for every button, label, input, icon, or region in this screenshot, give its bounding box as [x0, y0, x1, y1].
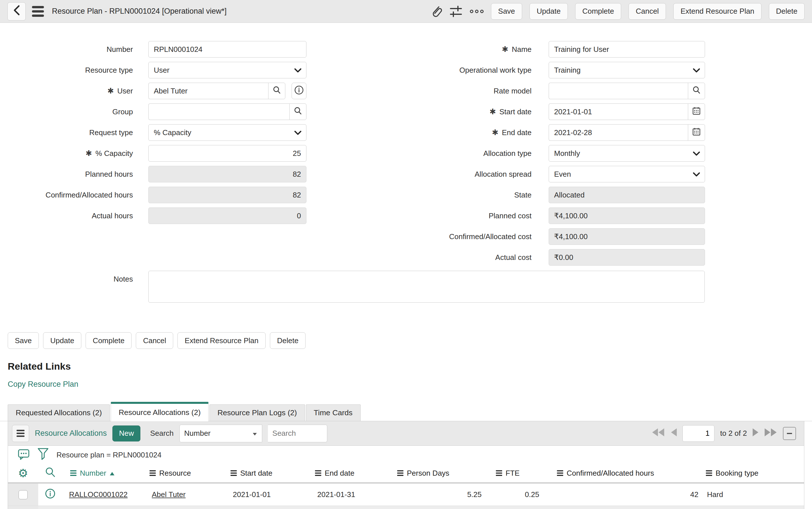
form-footer-buttons: Save Update Complete Cancel Extend Resou… — [8, 332, 812, 349]
copy-resource-plan-link[interactable]: Copy Resource Plan — [8, 380, 79, 389]
calendar-icon — [692, 127, 701, 138]
filter-funnel-icon[interactable] — [38, 448, 49, 462]
info-icon[interactable] — [45, 488, 56, 501]
list-header-row: ⚙ Number Resource Start date End date Pe… — [8, 464, 804, 484]
tab-resource-plan-logs[interactable]: Resource Plan Logs (2) — [210, 404, 305, 421]
gear-icon: ⚙ — [18, 467, 28, 479]
tab-resource-allocations[interactable]: Resource Allocations (2) — [111, 402, 209, 421]
list-search-toggle-cell[interactable] — [38, 464, 62, 482]
list-filter-condition[interactable]: Resource plan = RPLN0001024 — [57, 450, 161, 460]
update-button[interactable]: Update — [43, 332, 81, 349]
column-header-fte[interactable]: FTE — [493, 464, 553, 482]
search-icon — [692, 86, 701, 96]
list-title-link[interactable]: Resource Allocations — [35, 429, 107, 438]
extend-resource-plan-button[interactable]: Extend Resource Plan — [673, 3, 761, 20]
row-checkbox-cell — [8, 506, 38, 509]
allocation-spread-select[interactable]: Even — [549, 166, 705, 182]
planned-cost-label: Planned cost — [406, 211, 532, 220]
state-label: State — [406, 191, 532, 200]
column-header-end-date[interactable]: End date — [311, 464, 390, 482]
group-field[interactable] — [148, 103, 289, 120]
save-button[interactable]: Save — [491, 3, 522, 20]
actual-hours-label: Actual hours — [0, 211, 133, 220]
complete-button[interactable]: Complete — [86, 332, 131, 349]
column-header-start-date[interactable]: Start date — [226, 464, 311, 482]
column-header-confirmed-hours[interactable]: Confirmed/Allocated hours — [553, 464, 704, 482]
user-field[interactable] — [148, 83, 268, 99]
column-menu-icon — [706, 470, 712, 476]
dropdown-arrow-icon — [252, 429, 257, 438]
tab-requested-allocations[interactable]: Requested Allocations (2) — [8, 404, 110, 421]
resource-link[interactable]: Abel Tuter — [152, 490, 186, 499]
back-button[interactable] — [7, 2, 26, 21]
column-header-booking-type[interactable]: Booking type — [704, 464, 804, 482]
start-date-field[interactable] — [549, 103, 688, 120]
column-menu-icon — [70, 470, 76, 476]
paperclip-icon[interactable] — [431, 5, 442, 18]
allocation-type-select[interactable]: Monthly — [549, 145, 705, 162]
comments-icon[interactable] — [18, 448, 30, 462]
pagination-range: to 2 of 2 — [720, 429, 747, 438]
tab-time-cards[interactable]: Time Cards — [306, 404, 361, 421]
rate-model-field[interactable] — [549, 83, 688, 99]
delete-button[interactable]: Delete — [769, 3, 805, 20]
info-icon — [294, 85, 304, 97]
notes-field[interactable] — [148, 271, 705, 303]
state-field — [549, 187, 705, 203]
allocation-number-link[interactable]: RALLOC0001022 — [69, 490, 128, 499]
planned-hours-label: Planned hours — [0, 170, 133, 179]
cell-confirmed-hours: 40 — [553, 506, 704, 509]
required-icon — [86, 149, 92, 158]
confirmed-cost-label: Confirmed/Allocated cost — [406, 232, 532, 241]
cancel-button[interactable]: Cancel — [629, 3, 666, 20]
request-type-select[interactable]: % Capacity — [148, 124, 306, 141]
table-row: RALLOC0001022 Abel Tuter 2021-01-01 2021… — [8, 484, 804, 506]
first-page-icon[interactable] — [652, 428, 665, 438]
collapse-list-icon[interactable] — [783, 427, 796, 440]
save-button[interactable]: Save — [8, 332, 39, 349]
end-date-field[interactable] — [549, 124, 688, 141]
column-header-resource[interactable]: Resource — [146, 464, 226, 482]
cell-start-date: 2021-02-01 — [226, 506, 311, 509]
list-context-menu-button[interactable] — [12, 425, 29, 442]
cancel-button[interactable]: Cancel — [136, 332, 173, 349]
end-date-calendar-button[interactable] — [688, 124, 705, 141]
list-settings-cell[interactable]: ⚙ — [8, 464, 38, 482]
resource-type-select[interactable]: User — [148, 62, 306, 78]
group-lookup-button[interactable] — [289, 103, 306, 120]
rate-model-lookup-button[interactable] — [688, 83, 705, 99]
chevron-down-icon — [294, 66, 302, 75]
search-input[interactable] — [268, 425, 327, 442]
next-page-icon[interactable] — [753, 428, 759, 438]
form-context-menu-icon[interactable] — [32, 6, 44, 17]
last-page-icon[interactable] — [764, 428, 777, 438]
delete-button[interactable]: Delete — [270, 332, 306, 349]
column-header-person-days[interactable]: Person Days — [390, 464, 493, 482]
number-field[interactable] — [148, 41, 306, 58]
start-date-calendar-button[interactable] — [688, 103, 705, 120]
search-icon — [273, 86, 281, 96]
previous-page-icon[interactable] — [670, 428, 677, 438]
more-options-icon[interactable] — [470, 10, 483, 13]
sort-ascending-icon — [110, 469, 115, 478]
user-lookup-button[interactable] — [268, 83, 285, 99]
name-field[interactable] — [549, 41, 705, 58]
new-button[interactable]: New — [113, 426, 140, 441]
personalize-sliders-icon[interactable] — [449, 5, 463, 18]
capacity-field[interactable] — [148, 145, 306, 162]
update-button[interactable]: Update — [530, 3, 568, 20]
operational-work-type-select[interactable]: Training — [549, 62, 705, 78]
complete-button[interactable]: Complete — [575, 3, 621, 20]
user-preview-button[interactable] — [291, 83, 306, 99]
search-icon — [44, 467, 56, 480]
number-label: Number — [0, 45, 133, 54]
search-field-select[interactable]: Number — [180, 425, 262, 442]
extend-resource-plan-button[interactable]: Extend Resource Plan — [178, 332, 266, 349]
page-number-input[interactable] — [683, 425, 714, 442]
column-header-number[interactable]: Number — [62, 464, 146, 482]
cell-number: RALLOC0001022 — [62, 484, 146, 506]
menu-icon — [17, 430, 25, 437]
row-checkbox[interactable] — [19, 490, 28, 499]
user-label: User — [0, 87, 133, 96]
confirmed-hours-field — [148, 187, 306, 203]
